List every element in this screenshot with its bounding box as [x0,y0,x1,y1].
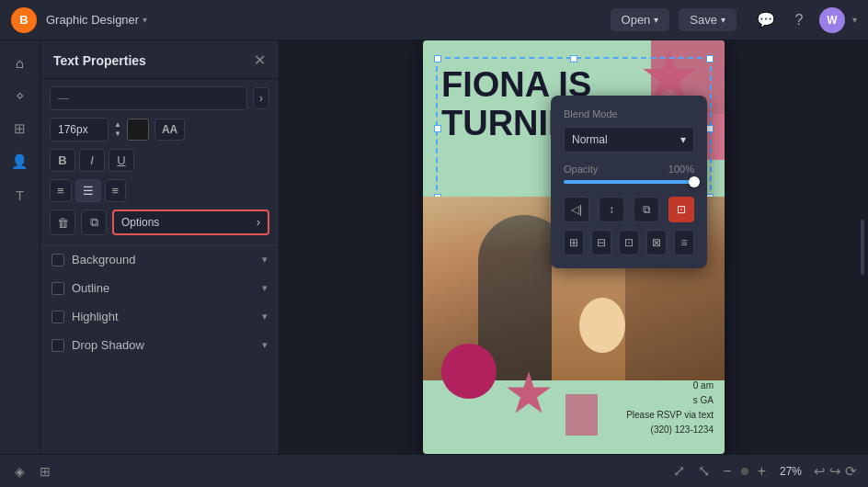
background-checkbox[interactable] [51,254,64,266]
font-size-row: ▲ ▼ AA [40,118,279,149]
props-close-button[interactable]: ✕ [254,51,266,69]
outline-label: Outline [72,281,109,295]
font-size-stepper: ▲ ▼ [114,120,121,138]
format-row: B I U [40,149,279,179]
align-left-button[interactable]: ≡ [50,179,72,202]
crop-icon-button[interactable]: ⊡ [668,197,694,222]
background-row: Background ▾ [40,245,279,274]
highlight-checkbox[interactable] [51,311,64,323]
opacity-value: 100% [668,164,694,175]
font-size-up-button[interactable]: ▲ [114,120,121,130]
save-button[interactable]: Save ▾ [679,8,737,31]
blend-icons-row1: ◁| ↕ ⧉ ⊡ [564,197,694,222]
undo-button[interactable]: ↩ [814,463,826,480]
drop-shadow-expand-button[interactable]: ▾ [262,339,268,351]
blend-select-chevron-icon: ▾ [680,133,686,146]
drop-shadow-label: Drop Shadow [72,338,144,352]
sidebar-shapes-button[interactable]: ⋄ [6,81,35,110]
zoom-slider[interactable] [741,468,748,475]
outline-row: Outline ▾ [40,274,279,302]
zoom-controls: ⤢ ⤡ − + 27% [669,460,806,481]
opacity-slider[interactable] [564,180,694,184]
app-logo: B [11,7,37,33]
options-button[interactable]: Options › [112,210,269,235]
grid-icon-button[interactable]: ⊞ [36,460,54,482]
open-button[interactable]: Open ▾ [611,8,670,31]
font-family-row: › [40,79,279,118]
copy-icon-button[interactable]: ⧉ [81,210,107,235]
opacity-label: Opacity [564,164,598,175]
blend-mode-popup: Blend Mode Normal ▾ Opacity 100% ◁| ↕ ⧉ … [551,96,707,268]
align-row: ≡ ☰ ≡ [40,179,279,210]
undo-redo-controls: ↩ ↪ ⟳ [814,463,857,480]
chat-icon-button[interactable]: 💬 [753,7,779,33]
font-size-input[interactable] [50,118,108,142]
underline-button[interactable]: U [108,149,134,172]
zoom-fit-button[interactable]: ⤢ [669,460,689,481]
avatar-dropdown-icon[interactable]: ▾ [852,15,857,25]
align-right-icon-button[interactable]: ⊡ [619,230,639,255]
sidebar-text-button[interactable]: T [6,180,35,210]
canvas-footer: 0 am s GA Please RSVP via text (320) 123… [626,379,714,437]
app-name-chevron-icon[interactable]: ▾ [143,15,147,25]
zoom-in-button[interactable]: + [754,461,770,481]
duplicate-icon-button[interactable]: ⧉ [634,197,659,222]
text-transform-button[interactable]: AA [154,119,185,141]
outline-expand-button[interactable]: ▾ [262,282,268,294]
zoom-out-button[interactable]: − [719,461,735,481]
layers-icon-button[interactable]: ◈ [11,460,29,482]
drop-shadow-checkbox[interactable] [51,339,64,352]
sidebar-home-button[interactable]: ⌂ [6,48,35,77]
font-family-input[interactable] [50,86,247,110]
props-title: Text Properties [53,53,146,68]
main-area: ⌂ ⋄ ⊞ 👤 T Text Properties ✕ › ▲ ▼ AA B [0,40,868,454]
save-chevron-icon: ▾ [721,15,725,25]
highlight-label: Highlight [72,310,119,323]
blend-icons-row2: ⊞ ⊟ ⊡ ⊠ ≡ [564,230,694,255]
sidebar-layout-button[interactable]: ⊞ [6,114,35,143]
help-icon-button[interactable]: ? [786,7,812,33]
app-name-container: Graphic Designer ▾ [46,13,147,27]
bottombar: ◈ ⊞ ⤢ ⤡ − + 27% ↩ ↪ ⟳ [0,454,868,487]
topbar: B Graphic Designer ▾ Open ▾ Save ▾ 💬 ? W… [0,0,868,40]
color-swatch[interactable] [127,119,149,141]
align-center-button[interactable]: ☰ [75,179,101,202]
outline-checkbox[interactable] [51,282,64,295]
flip-vertical-icon-button[interactable]: ↕ [599,197,624,222]
history-button[interactable]: ⟳ [845,463,857,480]
bold-button[interactable]: B [50,149,75,172]
props-header: Text Properties ✕ [40,40,279,79]
canvas-area[interactable]: Blend Mode Normal ▾ Opacity 100% ◁| ↕ ⧉ … [280,40,868,454]
font-family-arrow-button[interactable]: › [253,87,269,109]
highlight-row: Highlight ▾ [40,302,279,331]
flip-horizontal-icon-button[interactable]: ◁| [564,197,589,222]
italic-button[interactable]: I [79,149,105,172]
blend-mode-select[interactable]: Normal ▾ [564,127,694,153]
sidebar-people-button[interactable]: 👤 [6,147,35,176]
zoom-reset-button[interactable]: ⤡ [694,460,714,481]
options-arrow-icon: › [257,216,260,229]
background-expand-button[interactable]: ▾ [262,254,268,266]
align-right-button[interactable]: ≡ [105,179,127,202]
options-row: 🗑 ⧉ Options › [40,210,279,244]
properties-panel: Text Properties ✕ › ▲ ▼ AA B I U ≡ ☰ [40,40,280,454]
more-icon-button[interactable]: ≡ [674,230,694,255]
redo-button[interactable]: ↪ [829,463,841,480]
avatar: W [819,7,845,33]
open-chevron-icon: ▾ [654,15,658,25]
canvas-scrollbar[interactable] [861,220,864,275]
align-left-icon-button[interactable]: ⊞ [564,230,584,255]
delete-icon-button[interactable]: 🗑 [50,210,75,235]
checkbox-sections: Background ▾ Outline ▾ Highlight ▾ [40,244,279,359]
font-size-down-button[interactable]: ▼ [114,130,121,139]
align-center-icon-button[interactable]: ⊟ [591,230,611,255]
highlight-expand-button[interactable]: ▾ [262,311,268,323]
background-label: Background [72,253,135,266]
opacity-thumb [689,176,700,187]
blend-mode-label: Blend Mode [564,108,694,119]
topbar-icons: 💬 ? W ▾ [753,7,857,33]
zoom-level: 27% [775,465,806,478]
drop-shadow-row: Drop Shadow ▾ [40,331,279,359]
distribute-icon-button[interactable]: ⊠ [646,230,667,255]
icon-sidebar: ⌂ ⋄ ⊞ 👤 T [0,40,40,454]
